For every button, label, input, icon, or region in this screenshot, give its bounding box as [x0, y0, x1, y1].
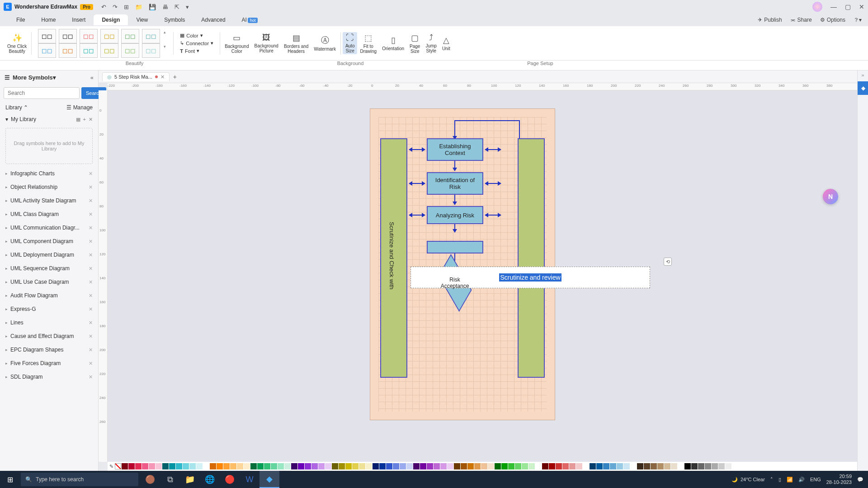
color-swatch[interactable]	[501, 463, 508, 469]
color-swatch[interactable]	[366, 463, 372, 469]
eyedropper-icon[interactable]: ✎	[109, 464, 113, 469]
search-input[interactable]	[4, 87, 80, 99]
open-icon[interactable]: 📁	[135, 4, 142, 10]
tray-chevron-icon[interactable]: ˄	[770, 477, 773, 483]
color-swatch[interactable]	[535, 463, 542, 469]
color-swatch[interactable]	[325, 463, 331, 469]
watermark[interactable]: ⒶWatermark	[311, 34, 339, 52]
item-close-icon[interactable]: ✕	[89, 320, 93, 326]
color-swatch[interactable]	[447, 463, 453, 469]
color-swatch[interactable]	[440, 463, 447, 469]
color-swatch[interactable]	[610, 463, 616, 469]
menu-file[interactable]: File	[8, 14, 33, 25]
color-swatch[interactable]	[637, 463, 643, 469]
item-close-icon[interactable]: ✕	[89, 333, 93, 339]
color-swatch[interactable]	[359, 463, 365, 469]
library-item[interactable]: UML Component Diagram✕	[0, 235, 98, 248]
theme-more-down[interactable]: ▾	[163, 43, 167, 58]
menu-insert[interactable]: Insert	[64, 14, 94, 25]
library-item[interactable]: UML Communication Diagr...✕	[0, 221, 98, 235]
weather[interactable]: 🌙 24°C Clear	[731, 477, 765, 483]
lib-grid-icon[interactable]: ▦	[76, 117, 80, 122]
new-icon[interactable]: ⊞	[124, 4, 129, 10]
user-avatar[interactable]	[812, 2, 822, 12]
collapse-left-icon[interactable]: «	[90, 74, 94, 81]
color-swatch[interactable]	[386, 463, 392, 469]
color-swatch[interactable]	[644, 463, 650, 469]
color-swatch[interactable]	[434, 463, 440, 469]
color-swatch[interactable]	[461, 463, 467, 469]
bg-color[interactable]: ▭Background Color	[222, 32, 251, 55]
item-close-icon[interactable]: ✕	[89, 225, 93, 231]
color-swatch[interactable]	[149, 463, 155, 469]
color-swatch[interactable]	[142, 463, 148, 469]
word-icon[interactable]: W	[240, 471, 259, 488]
color-swatch[interactable]	[278, 463, 284, 469]
wifi-icon[interactable]: 📶	[787, 477, 793, 483]
color-swatch[interactable]	[671, 463, 677, 469]
chrome-icon[interactable]: 🔴	[220, 471, 240, 488]
theme-1[interactable]: ◻◻	[38, 29, 56, 43]
item-close-icon[interactable]: ✕	[89, 266, 93, 272]
one-click-beautify[interactable]: ✨One Click Beautify	[5, 32, 29, 55]
library-link[interactable]: Library ⌃	[5, 104, 28, 111]
color-swatch[interactable]	[454, 463, 460, 469]
rotate-handle-icon[interactable]: ⟲	[664, 258, 672, 266]
language[interactable]: ENG	[810, 477, 821, 482]
library-item[interactable]: Audit Flow Diagram✕	[0, 289, 98, 302]
print-icon[interactable]: 🖶	[162, 4, 168, 10]
library-item[interactable]: Object Relationship✕	[0, 180, 98, 194]
color-swatch[interactable]	[345, 463, 352, 469]
color-swatch[interactable]	[379, 463, 386, 469]
color-swatch[interactable]	[183, 463, 189, 469]
maximize-icon[interactable]: ▢	[845, 3, 851, 10]
my-library-section[interactable]: ▾ My Library ▦ + ✕	[0, 113, 98, 125]
color-swatch[interactable]	[176, 463, 182, 469]
color-swatch[interactable]	[156, 463, 162, 469]
theme-11[interactable]: ◻◻	[121, 43, 139, 58]
edge-icon[interactable]: 🌐	[200, 471, 220, 488]
color-swatch[interactable]	[169, 463, 175, 469]
no-fill[interactable]	[115, 463, 121, 469]
library-item[interactable]: SDL Diagram✕	[0, 370, 98, 384]
color-swatch[interactable]	[562, 463, 569, 469]
unit[interactable]: △Unit	[439, 34, 453, 52]
color-swatch[interactable]	[718, 463, 725, 469]
right-panel-tab[interactable]: ◆	[858, 81, 868, 95]
color-swatch[interactable]	[623, 463, 630, 469]
color-swatch[interactable]	[413, 463, 420, 469]
color-swatch[interactable]	[603, 463, 609, 469]
item-close-icon[interactable]: ✕	[89, 374, 93, 380]
color-swatch[interactable]	[508, 463, 514, 469]
theme-10[interactable]: ◻◻	[100, 43, 118, 58]
item-close-icon[interactable]: ✕	[89, 279, 93, 285]
color-swatch[interactable]	[576, 463, 582, 469]
color-swatch[interactable]	[373, 463, 379, 469]
color-swatch[interactable]	[569, 463, 576, 469]
color-swatch[interactable]	[732, 463, 738, 469]
start-button[interactable]: ⊞	[0, 471, 20, 488]
box-establishing[interactable]: Establishing Context	[427, 138, 483, 161]
color-swatch[interactable]	[122, 463, 128, 469]
color-swatch[interactable]	[237, 463, 243, 469]
color-swatch[interactable]	[284, 463, 291, 469]
color-swatch[interactable]	[684, 463, 691, 469]
font-option[interactable]: T Font ▾	[180, 47, 199, 55]
color-swatch[interactable]	[203, 463, 209, 469]
color-swatch[interactable]	[420, 463, 426, 469]
battery-icon[interactable]: ▯	[778, 477, 781, 483]
share-link[interactable]: ⫘ Share	[790, 16, 812, 24]
color-swatch[interactable]	[664, 463, 670, 469]
library-item[interactable]: Express-G✕	[0, 302, 98, 316]
color-swatch[interactable]	[583, 463, 589, 469]
theme-9[interactable]: ◻◻	[80, 43, 98, 58]
theme-4[interactable]: ◻◻	[100, 29, 118, 43]
edrawmax-icon[interactable]: ◆	[259, 471, 279, 488]
color-swatch[interactable]	[705, 463, 711, 469]
editing-text[interactable]: Scrutinize and review	[499, 273, 561, 282]
color-swatch[interactable]	[196, 463, 203, 469]
color-swatch[interactable]	[474, 463, 481, 469]
page-size[interactable]: ▢Page Size	[407, 32, 423, 55]
color-swatch[interactable]	[128, 463, 135, 469]
explorer-icon[interactable]: 📁	[180, 471, 200, 488]
